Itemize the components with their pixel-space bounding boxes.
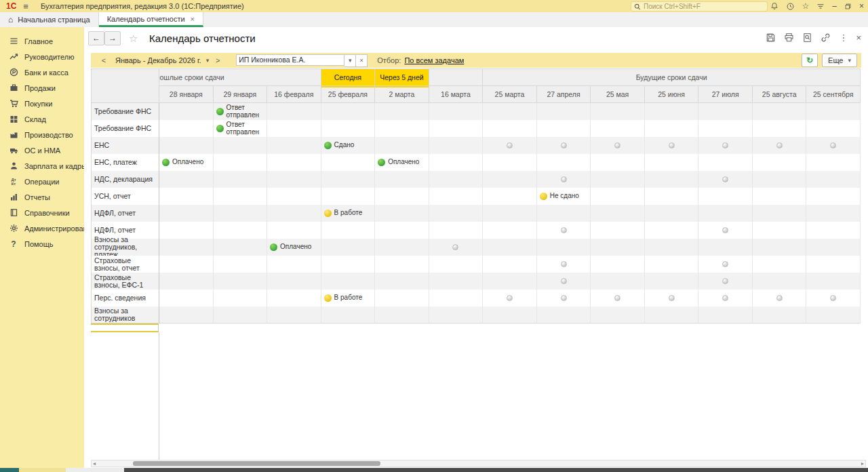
calendar-cell[interactable] <box>159 307 214 323</box>
calendar-row-label[interactable]: Требование ФНС <box>92 103 159 120</box>
restore-icon[interactable] <box>844 3 852 10</box>
calendar-cell[interactable] <box>267 273 321 290</box>
calendar-cell[interactable] <box>375 239 429 256</box>
calendar-cell[interactable] <box>645 273 699 290</box>
calendar-cell[interactable] <box>214 137 268 154</box>
calendar-cell[interactable] <box>321 103 376 120</box>
calendar-cell[interactable] <box>214 154 268 171</box>
calendar-cell[interactable] <box>806 273 861 290</box>
calendar-cell[interactable] <box>645 222 699 239</box>
sidebar-item-book[interactable]: Справочники <box>0 205 84 220</box>
calendar-cell[interactable] <box>159 137 214 154</box>
calendar-cell[interactable] <box>591 239 645 256</box>
calendar-cell-upcoming[interactable] <box>698 222 753 239</box>
calendar-cell[interactable] <box>375 103 429 120</box>
calendar-cell[interactable] <box>591 103 645 120</box>
get-link-icon[interactable] <box>821 33 831 43</box>
calendar-cell[interactable] <box>214 273 268 290</box>
calendar-row-label[interactable]: Страховые взносы, ЕФС-1 <box>92 273 159 290</box>
calendar-cell[interactable] <box>159 171 214 188</box>
calendar-cell[interactable] <box>698 154 753 171</box>
calendar-cell[interactable] <box>267 307 321 323</box>
more-button[interactable]: Еще ▾ <box>822 54 857 67</box>
calendar-row-label[interactable]: Требование ФНС <box>92 120 159 137</box>
calendar-cell[interactable] <box>591 188 645 205</box>
calendar-cell[interactable] <box>267 120 321 137</box>
calendar-cell[interactable] <box>753 239 807 256</box>
calendar-cell[interactable] <box>483 273 537 290</box>
calendar-cell[interactable] <box>591 171 645 188</box>
calendar-cell[interactable] <box>214 188 268 205</box>
sidebar-item-dtkt[interactable]: ДтКтОперации <box>0 174 84 189</box>
calendar-cell[interactable] <box>806 103 861 120</box>
sidebar-item-briefcase[interactable]: Продажи <box>0 80 84 96</box>
calendar-cell[interactable] <box>375 222 429 239</box>
calendar-cell[interactable] <box>537 103 591 120</box>
calendar-cell-upcoming[interactable] <box>591 137 645 154</box>
calendar-cell[interactable] <box>267 205 321 222</box>
calendar-cell-status[interactable]: Оплачено <box>375 154 429 171</box>
print-icon[interactable] <box>784 33 794 43</box>
calendar-cell-status[interactable]: В работе <box>321 205 376 222</box>
calendar-cell[interactable] <box>214 239 268 256</box>
calendar-cell[interactable] <box>591 307 645 323</box>
calendar-cell-upcoming[interactable] <box>753 290 807 307</box>
calendar-row-label[interactable]: Взносы за сотрудников <box>92 307 159 323</box>
calendar-cell[interactable] <box>375 171 429 188</box>
favorites-icon[interactable]: ☆ <box>802 0 810 12</box>
functions-menu-icon[interactable] <box>816 2 825 10</box>
calendar-cell[interactable] <box>267 222 321 239</box>
calendar-cell[interactable] <box>483 239 537 256</box>
calendar-cell[interactable] <box>159 205 214 222</box>
calendar-cell[interactable] <box>321 188 376 205</box>
calendar-cell[interactable] <box>537 154 591 171</box>
calendar-cell[interactable] <box>159 256 214 273</box>
selected-empty-cell[interactable] <box>91 323 159 332</box>
calendar-cell-upcoming[interactable] <box>698 171 753 188</box>
main-menu-icon[interactable]: ≡ <box>23 1 28 12</box>
calendar-cell[interactable] <box>321 239 376 256</box>
calendar-cell[interactable] <box>753 188 807 205</box>
calendar-cell[interactable] <box>591 154 645 171</box>
calendar-cell[interactable] <box>753 205 807 222</box>
tab-home-page[interactable]: ⌂ Начальная страница <box>0 12 99 27</box>
calendar-cell[interactable] <box>321 120 376 137</box>
calendar-cell-upcoming[interactable] <box>483 137 537 154</box>
calendar-cell[interactable] <box>753 171 807 188</box>
calendar-cell[interactable] <box>375 307 429 323</box>
minimize-icon[interactable]: – <box>832 0 837 12</box>
notifications-icon[interactable] <box>770 2 778 10</box>
calendar-cell[interactable] <box>429 273 484 290</box>
calendar-cell[interactable] <box>321 256 376 273</box>
calendar-cell[interactable] <box>375 205 429 222</box>
calendar-cell[interactable] <box>483 256 537 273</box>
period-selector[interactable]: Январь - Декабрь 2026 г. <box>115 56 201 64</box>
calendar-cell[interactable] <box>429 290 484 307</box>
calendar-cell[interactable] <box>753 256 807 273</box>
calendar-cell[interactable] <box>483 307 537 323</box>
calendar-cell[interactable] <box>429 137 484 154</box>
history-icon[interactable] <box>786 2 795 11</box>
calendar-cell[interactable] <box>806 154 861 171</box>
calendar-cell[interactable] <box>429 120 484 137</box>
close-window-icon[interactable]: × <box>859 0 864 12</box>
sidebar-item-truck[interactable]: ОС и НМА <box>0 142 84 158</box>
calendar-cell[interactable] <box>591 273 645 290</box>
calendar-cell-upcoming[interactable] <box>537 273 591 290</box>
calendar-row-label[interactable]: Перс. сведения <box>92 290 159 307</box>
calendar-cell-upcoming[interactable] <box>698 137 753 154</box>
tab-reporting-calendar[interactable]: Календарь отчетности × <box>99 12 203 27</box>
calendar-cell-status[interactable]: Оплачено <box>267 239 321 256</box>
scroll-left-icon[interactable]: ◂ <box>93 460 96 467</box>
calendar-row-label[interactable]: Страховые взносы, отчет <box>92 256 159 273</box>
calendar-cell[interactable] <box>645 154 699 171</box>
calendar-cell[interactable] <box>753 154 807 171</box>
calendar-cell-upcoming[interactable] <box>698 290 753 307</box>
sidebar-item-menu[interactable]: Главное <box>0 33 84 49</box>
close-form-icon[interactable]: × <box>856 33 861 43</box>
calendar-cell[interactable] <box>159 120 214 137</box>
calendar-cell[interactable] <box>645 120 699 137</box>
calendar-cell-status[interactable]: Не сдано <box>537 188 591 205</box>
calendar-cell[interactable] <box>321 171 376 188</box>
calendar-cell[interactable] <box>645 239 699 256</box>
